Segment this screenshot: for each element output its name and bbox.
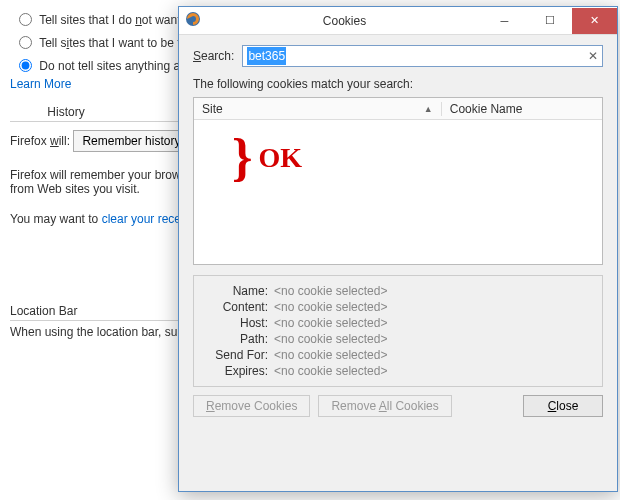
search-label: Search: bbox=[193, 49, 234, 63]
col-cookie-name-label: Cookie Name bbox=[450, 102, 523, 116]
detail-content-val: <no cookie selected> bbox=[274, 300, 387, 314]
remove-all-cookies-button[interactable]: Remove All Cookies bbox=[318, 395, 451, 417]
detail-sendfor-key: Send For: bbox=[202, 348, 268, 362]
firefox-will-ul: w bbox=[50, 134, 59, 148]
detail-name-val: <no cookie selected> bbox=[274, 284, 387, 298]
remove-all-pre: Remove bbox=[331, 399, 378, 413]
dialog-title: Cookies bbox=[207, 14, 482, 28]
minimize-button[interactable]: ─ bbox=[482, 8, 527, 34]
remove-all-post: ll Cookies bbox=[387, 399, 439, 413]
remove-cookies-rest: emove Cookies bbox=[215, 399, 298, 413]
detail-path-key: Path: bbox=[202, 332, 268, 346]
brace-icon: } bbox=[232, 138, 253, 178]
radio-want-track-input[interactable] bbox=[19, 36, 32, 49]
firefox-will-post: ill: bbox=[59, 134, 70, 148]
cookie-list-body: } OK bbox=[194, 120, 602, 264]
detail-host-val: <no cookie selected> bbox=[274, 316, 387, 330]
search-label-ul: S bbox=[193, 49, 201, 63]
detail-content-key: Content: bbox=[202, 300, 268, 314]
ok-text: OK bbox=[259, 142, 303, 174]
detail-name-key: Name: bbox=[202, 284, 268, 298]
detail-expires-key: Expires: bbox=[202, 364, 268, 378]
match-line: The following cookies match your search: bbox=[193, 77, 603, 91]
radio-no-pref-input[interactable] bbox=[19, 59, 32, 72]
col-site[interactable]: Site ▲ bbox=[194, 102, 442, 116]
cookie-detail-panel: Name:<no cookie selected> Content:<no co… bbox=[193, 275, 603, 387]
sort-asc-icon: ▲ bbox=[424, 104, 433, 114]
firefox-will-pre: Firefox bbox=[10, 134, 50, 148]
titlebar[interactable]: Cookies ─ ☐ ✕ bbox=[179, 7, 617, 35]
radio-do-not-track-ul: n bbox=[135, 13, 142, 27]
radio-do-not-track-pre: Tell sites that I do bbox=[39, 13, 135, 27]
close-window-button[interactable]: ✕ bbox=[572, 8, 617, 34]
ok-annotation: } OK bbox=[232, 138, 302, 178]
radio-do-not-track-input[interactable] bbox=[19, 13, 32, 26]
cookie-list-header: Site ▲ Cookie Name bbox=[194, 98, 602, 120]
learn-more-link[interactable]: Learn More bbox=[10, 77, 71, 91]
remove-cookies-button[interactable]: Remove Cookies bbox=[193, 395, 310, 417]
radio-want-track-pre: Tell s bbox=[39, 36, 66, 50]
search-label-rest: earch: bbox=[201, 49, 234, 63]
cookies-dialog: Cookies ─ ☐ ✕ Search: bet365 ✕ The follo… bbox=[178, 6, 618, 492]
clear-search-icon[interactable]: ✕ bbox=[588, 49, 598, 63]
firefox-icon bbox=[179, 11, 207, 30]
maximize-button[interactable]: ☐ bbox=[527, 8, 572, 34]
close-rest: lose bbox=[556, 399, 578, 413]
col-cookie-name[interactable]: Cookie Name bbox=[442, 102, 602, 116]
detail-path-val: <no cookie selected> bbox=[274, 332, 387, 346]
search-input-value: bet365 bbox=[247, 47, 286, 65]
remove-all-ul: A bbox=[379, 399, 387, 413]
col-site-label: Site bbox=[202, 102, 223, 116]
close-button[interactable]: Close bbox=[523, 395, 603, 417]
cookie-list[interactable]: Site ▲ Cookie Name } OK bbox=[193, 97, 603, 265]
firefox-will-label: Firefox will: bbox=[10, 134, 70, 148]
search-input[interactable]: bet365 ✕ bbox=[242, 45, 603, 67]
detail-sendfor-val: <no cookie selected> bbox=[274, 348, 387, 362]
clear-pre: You may want to bbox=[10, 212, 102, 226]
remove-cookies-ul: R bbox=[206, 399, 215, 413]
detail-host-key: Host: bbox=[202, 316, 268, 330]
detail-expires-val: <no cookie selected> bbox=[274, 364, 387, 378]
